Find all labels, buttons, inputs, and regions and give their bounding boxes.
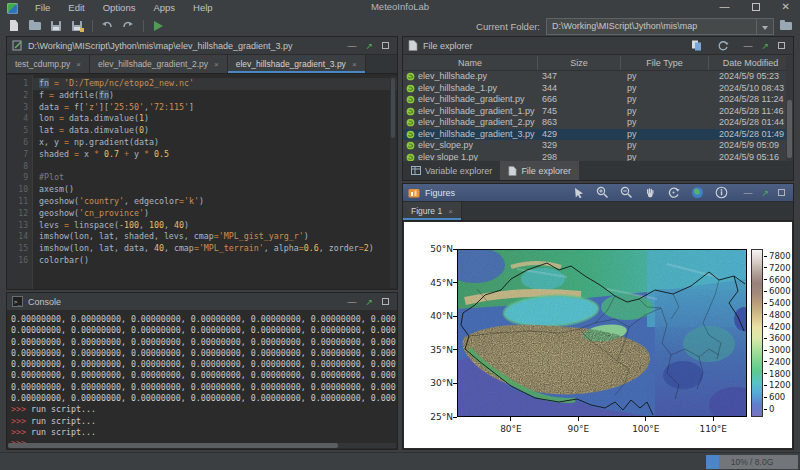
new-file-button[interactable] xyxy=(7,19,21,33)
menu-items: FileEditOptionsAppsHelp xyxy=(26,0,222,16)
zoom-in-icon[interactable] xyxy=(596,186,609,199)
y-axis-tick-label: 30°N xyxy=(423,378,453,388)
zoom-out-icon[interactable] xyxy=(620,186,633,199)
menu-item-options[interactable]: Options xyxy=(94,0,145,16)
y-tick-mark xyxy=(453,282,457,283)
console-output[interactable]: 0.00000000, 0.00000000, 0.00000000, 0.00… xyxy=(7,312,397,443)
run-script-button[interactable] xyxy=(151,19,165,33)
file-size: 429 xyxy=(538,129,621,141)
console-panel: >_ Console — ↗ 0.00000000, 0.00000000, 0… xyxy=(6,292,398,450)
file-row[interactable]: elev_hillshade.py 347 py 2024/5/9 05:23 xyxy=(403,71,793,83)
column-header-size[interactable]: Size xyxy=(538,56,621,70)
code-editor[interactable]: 12345678910111213141516 fn = 'D:/Temp/nc… xyxy=(7,75,397,289)
pan-hand-icon[interactable] xyxy=(644,187,656,199)
open-file-button[interactable] xyxy=(28,19,42,33)
file-name: elev_hillshade_1.py xyxy=(418,83,497,95)
save-button[interactable] xyxy=(49,19,63,33)
colorbar-tick-mark xyxy=(764,279,767,280)
close-icon[interactable]: × xyxy=(214,60,219,69)
figures-icon xyxy=(408,187,420,198)
redo-button[interactable] xyxy=(121,19,135,33)
code-line: imshow(lon, lat, shaded, levs, cmap='MPL… xyxy=(33,231,397,243)
close-icon[interactable]: × xyxy=(352,60,357,69)
menu-item-apps[interactable]: Apps xyxy=(144,0,184,16)
float-icon[interactable]: ↗ xyxy=(761,38,769,54)
column-header-filetype[interactable]: File Type xyxy=(621,56,709,70)
column-header-date[interactable]: Date Modified xyxy=(709,56,793,70)
y-tick-mark xyxy=(453,316,457,317)
maximize-icon[interactable] xyxy=(778,42,785,49)
window-close-icon[interactable]: ✕ xyxy=(782,0,790,14)
colorbar-tick-mark xyxy=(764,256,767,257)
file-row[interactable]: elev_slope.py 329 py 2024/5/9 05:09 xyxy=(403,140,793,152)
line-number: 7 xyxy=(7,149,28,161)
colorbar-tick-label: 7800 xyxy=(769,251,791,261)
console-output-line: 0.00000000, 0.00000000, 0.00000000, 0.00… xyxy=(11,393,397,404)
refresh-icon[interactable] xyxy=(717,40,729,52)
info-icon[interactable] xyxy=(715,186,728,199)
colorbar-tick-mark xyxy=(764,291,767,292)
minimize-icon[interactable]: — xyxy=(743,185,752,201)
file-row[interactable]: elev_hillshade_gradient_1.py 745 py 2024… xyxy=(403,106,793,118)
file-row[interactable]: elev_hillshade_gradient_3.py 429 py 2024… xyxy=(403,129,793,141)
file-explorer-title: File explorer xyxy=(423,41,691,51)
float-icon[interactable]: ↗ xyxy=(365,38,373,54)
maximize-icon[interactable] xyxy=(778,189,785,196)
line-number: 14 xyxy=(7,231,28,243)
editor-tab[interactable]: test_cdump.py× xyxy=(7,55,90,73)
undo-button[interactable] xyxy=(100,19,114,33)
editor-tab[interactable]: elev_hillshade_gradient_2.py× xyxy=(90,55,228,73)
python-file-icon xyxy=(406,84,415,93)
current-folder-combobox[interactable]: D:\Working\MIScript\Jython\mis\map xyxy=(546,18,774,35)
close-icon[interactable]: × xyxy=(76,60,81,69)
editor-tab[interactable]: elev_hillshade_gradient_3.py× xyxy=(228,55,366,73)
column-header-name[interactable]: Name xyxy=(403,56,538,70)
line-number: 11 xyxy=(7,196,28,208)
select-cursor-icon[interactable] xyxy=(573,187,585,199)
copy-file-icon[interactable] xyxy=(691,40,703,51)
file-size: 347 xyxy=(538,71,621,83)
python-file-icon xyxy=(406,72,415,81)
console-icon: >_ xyxy=(12,296,23,307)
line-number: 1 xyxy=(7,78,28,90)
tab-figure-1[interactable]: Figure 1× xyxy=(403,202,462,220)
file-row[interactable]: elev_hillshade_gradient_2.py 863 py 2024… xyxy=(403,117,793,129)
browse-folder-button[interactable] xyxy=(779,19,794,33)
y-axis-tick-label: 40°N xyxy=(423,311,453,321)
tab-variable-explorer[interactable]: Variable explorer xyxy=(403,161,500,180)
save-as-button[interactable] xyxy=(70,19,84,33)
float-icon[interactable]: ↗ xyxy=(365,294,373,310)
y-tick-mark xyxy=(453,383,457,384)
float-icon[interactable]: ↗ xyxy=(761,185,769,201)
colorbar-tick-label: 1800 xyxy=(769,369,791,379)
menu-item-file[interactable]: File xyxy=(26,0,59,16)
tab-file-explorer[interactable]: File explorer xyxy=(500,161,579,180)
maximize-icon[interactable] xyxy=(382,42,389,49)
rotate-icon[interactable] xyxy=(667,186,680,199)
file-row[interactable]: elev_hillshade_1.py 344 py 2024/5/10 08:… xyxy=(403,83,793,95)
colorbar-tick-label: 0 xyxy=(769,404,774,414)
console-hscrollbar[interactable] xyxy=(8,443,396,448)
globe-icon[interactable] xyxy=(691,186,704,199)
colorbar-tick-mark xyxy=(764,338,767,339)
maximize-icon[interactable] xyxy=(382,298,389,305)
menu-item-edit[interactable]: Edit xyxy=(59,0,93,16)
file-row[interactable]: elev_hillshade_gradient.py 666 py 2024/5… xyxy=(403,94,793,106)
window-maximize-icon[interactable] xyxy=(752,3,760,11)
memory-indicator[interactable]: 10% / 8.0G xyxy=(706,455,798,469)
menu-item-help[interactable]: Help xyxy=(184,0,222,16)
code-line: geoshow('country', edgecolor='k') xyxy=(33,196,397,208)
line-number: 2 xyxy=(7,90,28,102)
minimize-icon[interactable]: — xyxy=(743,38,752,54)
file-date: 2024/5/28 11:46 xyxy=(709,106,793,118)
chevron-down-icon[interactable] xyxy=(756,19,773,34)
close-icon[interactable]: × xyxy=(448,207,453,216)
window-minimize-icon[interactable]: — xyxy=(720,0,730,14)
explorer-tab-bar: Variable explorer File explorer xyxy=(403,161,793,180)
editor-scrollbar[interactable] xyxy=(390,76,396,288)
figure-canvas[interactable]: 50°N45°N40°N35°N30°N25°N80°E90°E100°E110… xyxy=(404,222,792,448)
minimize-icon[interactable]: — xyxy=(347,38,356,54)
minimize-icon[interactable]: — xyxy=(347,294,356,310)
file-table-scrollbar[interactable] xyxy=(786,56,793,163)
map-figure[interactable] xyxy=(457,249,747,417)
